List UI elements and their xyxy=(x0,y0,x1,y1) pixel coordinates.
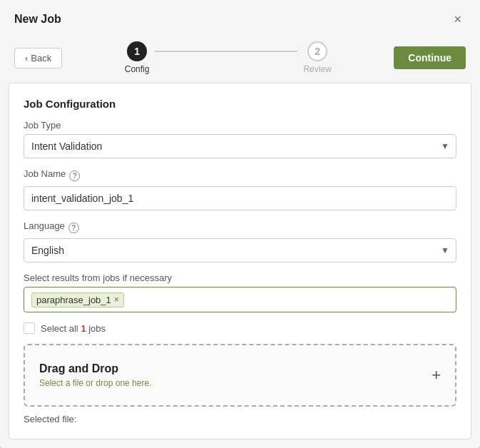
job-type-group: Job Type Intent Validation ▼ xyxy=(24,120,456,158)
selected-file-label: Selected file: xyxy=(24,414,76,424)
job-type-select-wrapper: Intent Validation ▼ xyxy=(24,134,456,158)
step-1-circle: 1 xyxy=(127,41,147,61)
modal-title: New Job xyxy=(14,13,61,26)
step-connector xyxy=(155,51,297,52)
modal-body: Job Configuration Job Type Intent Valida… xyxy=(9,83,471,439)
tag-paraphrase-job: paraphrase_job_1 × xyxy=(31,292,124,307)
drop-zone-plus-icon: + xyxy=(432,367,441,383)
job-type-select[interactable]: Intent Validation xyxy=(24,134,456,158)
back-button[interactable]: ‹ Back xyxy=(14,48,62,68)
step-1-label: Config xyxy=(125,64,150,74)
job-name-group: Job Name ? xyxy=(24,168,456,210)
drop-zone-title: Drag and Drop xyxy=(39,362,151,375)
select-all-checkbox[interactable] xyxy=(24,322,35,334)
modal-nav: ‹ Back 1 Config 2 Review Continue xyxy=(0,36,480,83)
drop-zone[interactable]: Drag and Drop Select a file or drop one … xyxy=(24,344,456,407)
language-select[interactable]: English xyxy=(24,238,456,263)
results-jobs-input[interactable]: paraphrase_job_1 × xyxy=(24,287,456,312)
job-name-label: Job Name xyxy=(24,168,66,179)
tag-remove-button[interactable]: × xyxy=(114,295,119,304)
language-label: Language xyxy=(24,220,65,231)
step-2-label: Review xyxy=(303,64,331,74)
language-help-icon: ? xyxy=(68,223,79,233)
language-label-row: Language ? xyxy=(24,220,456,235)
select-all-label: Select all 1 jobs xyxy=(41,323,106,334)
step-2: 2 Review xyxy=(303,41,331,74)
drop-zone-content: Drag and Drop Select a file or drop one … xyxy=(39,362,151,388)
job-name-help-icon: ? xyxy=(69,170,80,181)
steps-container: 1 Config 2 Review xyxy=(62,41,394,74)
continue-button[interactable]: Continue xyxy=(394,46,466,69)
job-name-label-row: Job Name ? xyxy=(24,168,456,183)
job-name-input[interactable] xyxy=(24,186,456,210)
job-type-label: Job Type xyxy=(24,120,456,131)
drop-zone-subtitle: Select a file or drop one here. xyxy=(39,378,151,388)
step-1: 1 Config xyxy=(125,41,150,74)
selected-file-row: Selected file: xyxy=(24,414,456,424)
language-select-wrapper: English ▼ xyxy=(24,238,456,263)
back-chevron-icon: ‹ xyxy=(25,53,28,63)
new-job-modal: New Job × ‹ Back 1 Config 2 Review Conti… xyxy=(0,0,480,448)
select-all-suffix: jobs xyxy=(88,323,106,334)
select-all-prefix: Select all xyxy=(41,323,78,334)
select-all-count: 1 xyxy=(81,323,86,334)
step-2-circle: 2 xyxy=(307,41,327,61)
close-button[interactable]: × xyxy=(449,11,466,27)
tag-label: paraphrase_job_1 xyxy=(36,295,111,305)
results-jobs-group: Select results from jobs if necessary pa… xyxy=(24,273,456,312)
section-title: Job Configuration xyxy=(24,98,456,110)
modal-header: New Job × xyxy=(0,0,480,36)
select-all-row: Select all 1 jobs xyxy=(24,322,456,334)
back-label: Back xyxy=(31,53,51,63)
language-group: Language ? English ▼ xyxy=(24,220,456,263)
results-jobs-label: Select results from jobs if necessary xyxy=(24,273,456,283)
